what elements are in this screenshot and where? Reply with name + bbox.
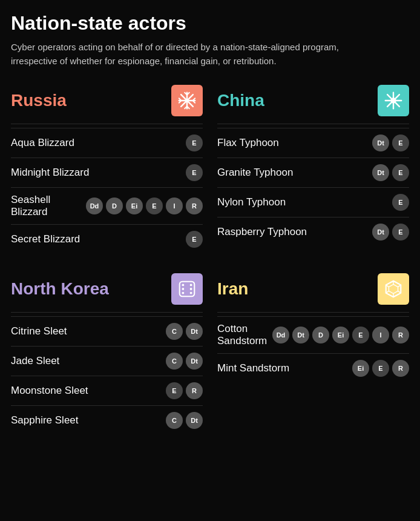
page-subtitle: Cyber operators acting on behalf of or d… (11, 41, 350, 68)
actor-badges: DtE (372, 164, 409, 181)
badge-r: R (186, 197, 203, 214)
badge-dt: Dt (186, 323, 203, 340)
badge-e: E (352, 327, 369, 343)
section-icon-north-korea (171, 273, 203, 305)
actor-badges: ER (166, 382, 203, 399)
badge-r: R (392, 327, 409, 343)
badge-i: I (372, 327, 389, 343)
actor-badges: DdDEiEIR (86, 197, 203, 214)
actor-list-north-korea: Citrine SleetCDtJade SleetCDtMoonstone S… (11, 316, 203, 435)
svg-point-19 (190, 284, 192, 287)
section-title-china: China (217, 91, 264, 110)
list-item: Granite TyphoonDtE (217, 158, 409, 187)
actor-badges: DtE (372, 134, 409, 151)
badge-dt: Dt (372, 224, 389, 241)
list-item: Mint SandstormEiER (217, 353, 409, 383)
actor-name: Aqua Blizzard (11, 137, 186, 149)
badge-ei: Ei (126, 197, 143, 214)
section-iran: Iran Cotton SandstormDdDtDEiEIRMint Sand… (217, 273, 409, 435)
actor-name: Sapphire Sleet (11, 414, 166, 426)
svg-point-18 (182, 284, 185, 287)
section-russia: Russia Aqua BlizzardEMidnight BlizzardES… (11, 85, 203, 254)
actor-name: Raspberry Typhoon (217, 226, 372, 238)
badge-e: E (392, 134, 409, 151)
list-item: Aqua BlizzardE (11, 128, 203, 158)
actor-badges: CDt (166, 323, 203, 340)
page-title: Nation-state actors (11, 12, 409, 35)
actor-name: Jade Sleet (11, 355, 166, 367)
actor-name: Moonstone Sleet (11, 385, 166, 397)
divider (217, 312, 409, 313)
actor-badges: E (186, 231, 203, 248)
actor-list-china: Flax TyphoonDtEGranite TyphoonDtENylon T… (217, 128, 409, 247)
list-item: Midnight BlizzardE (11, 158, 203, 187)
actor-name: Mint Sandstorm (217, 362, 352, 374)
actor-name: Midnight Blizzard (11, 167, 186, 179)
badge-ei: Ei (332, 327, 349, 343)
actor-list-russia: Aqua BlizzardEMidnight BlizzardESeashell… (11, 128, 203, 254)
badge-e: E (186, 231, 203, 248)
badge-e: E (392, 164, 409, 181)
badge-c: C (166, 412, 183, 429)
badge-d: D (312, 327, 329, 343)
sections-grid: Russia Aqua BlizzardEMidnight BlizzardES… (11, 85, 409, 454)
actor-badges: E (186, 164, 203, 181)
badge-dt: Dt (292, 327, 309, 343)
badge-e: E (186, 134, 203, 151)
list-item: Jade SleetCDt (11, 346, 203, 376)
actor-name: Nylon Typhoon (217, 196, 392, 208)
section-icon-iran (378, 273, 409, 305)
divider (11, 312, 203, 313)
actor-badges: DdDtDEiEIR (272, 327, 409, 343)
divider (11, 124, 203, 124)
list-item: Cotton SandstormDdDtDEiEIR (217, 316, 409, 353)
section-title-iran: Iran (217, 279, 248, 299)
list-item: Seashell BlizzardDdDEiEIR (11, 187, 203, 224)
svg-rect-17 (180, 282, 195, 297)
actor-badges: EiER (352, 360, 409, 377)
badge-e: E (392, 224, 409, 241)
actor-name: Cotton Sandstorm (217, 323, 272, 347)
badge-dt: Dt (372, 164, 389, 181)
section-title-north-korea: North Korea (11, 279, 109, 299)
badge-e: E (186, 164, 203, 181)
section-header-north-korea: North Korea (11, 273, 203, 305)
badge-e: E (372, 360, 389, 377)
badge-e: E (146, 197, 163, 214)
section-header-iran: Iran (217, 273, 409, 305)
list-item: Flax TyphoonDtE (217, 128, 409, 158)
svg-point-20 (182, 292, 185, 294)
badge-c: C (166, 323, 183, 340)
badge-dd: Dd (86, 197, 103, 214)
badge-ei: Ei (352, 360, 369, 377)
section-icon-china (378, 85, 409, 116)
section-china: China Flax TyphoonDtEGranite TyphoonDtEN… (217, 85, 409, 254)
list-item: Raspberry TyphoonDtE (217, 217, 409, 247)
actor-name: Granite Typhoon (217, 167, 372, 179)
actor-badges: E (186, 134, 203, 151)
badge-dt: Dt (186, 412, 203, 429)
svg-point-23 (190, 288, 192, 290)
section-header-china: China (217, 85, 409, 116)
actor-name: Flax Typhoon (217, 137, 372, 149)
actor-badges: E (392, 194, 409, 211)
section-icon-russia (171, 85, 203, 116)
actor-name: Secret Blizzard (11, 233, 186, 245)
actor-list-iran: Cotton SandstormDdDtDEiEIRMint Sandstorm… (217, 316, 409, 383)
list-item: Nylon TyphoonE (217, 187, 409, 217)
badge-d: D (106, 197, 123, 214)
badge-r: R (186, 382, 203, 399)
divider (217, 124, 409, 124)
badge-i: I (166, 197, 183, 214)
list-item: Moonstone SleetER (11, 376, 203, 405)
actor-name: Seashell Blizzard (11, 194, 86, 218)
list-item: Secret BlizzardE (11, 224, 203, 254)
badge-r: R (392, 360, 409, 377)
list-item: Sapphire SleetCDt (11, 405, 203, 435)
section-title-russia: Russia (11, 91, 67, 110)
list-item: Citrine SleetCDt (11, 316, 203, 346)
svg-point-21 (190, 292, 192, 294)
badge-c: C (166, 353, 183, 370)
section-north-korea: North Korea Citrine SleetCDtJade SleetCD… (11, 273, 203, 435)
badge-dt: Dt (186, 353, 203, 370)
